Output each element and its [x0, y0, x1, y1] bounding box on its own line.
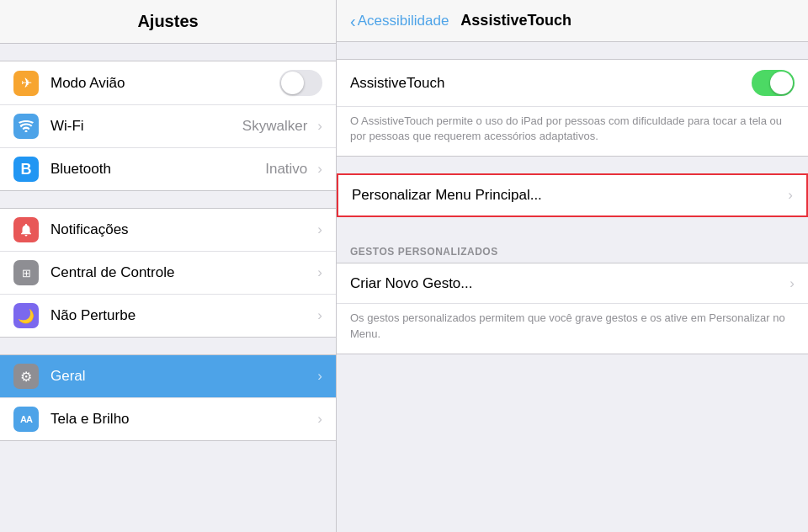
sidebar-item-wifi[interactable]: Wi-Fi Skywalker ›	[0, 105, 336, 148]
sidebar-item-general[interactable]: ⚙ Geral ›	[0, 355, 336, 398]
notifications-chevron: ›	[317, 221, 322, 238]
new-gesture-chevron: ›	[789, 275, 795, 292]
bluetooth-value: Inativo	[265, 161, 307, 178]
general-icon: ⚙	[13, 364, 39, 389]
sidebar-item-airplane[interactable]: ✈ Modo Avião	[0, 61, 336, 105]
general-group: ⚙ Geral › AA Tela e Brilho ›	[0, 354, 336, 441]
sidebar-item-do-not-disturb[interactable]: 🌙 Não Perturbe ›	[0, 295, 336, 337]
general-label: Geral	[50, 368, 312, 385]
connectivity-group: ✈ Modo Avião Wi-Fi Skywalker › B Bluetoo…	[0, 61, 336, 191]
nav-bar: ‹ Acessibilidade AssistiveTouch	[337, 0, 808, 42]
nav-back-label: Acessibilidade	[358, 13, 449, 29]
notifications-label: Notificações	[50, 221, 312, 238]
general-chevron: ›	[317, 368, 322, 385]
display-icon: AA	[13, 407, 39, 432]
do-not-disturb-chevron: ›	[317, 307, 322, 324]
gestures-desc: Os gestos personalizados permitem que vo…	[337, 304, 808, 353]
assistivetouch-desc: O AssistiveTouch permite o uso do iPad p…	[337, 107, 808, 156]
notifications-icon	[13, 217, 39, 242]
new-gesture-item[interactable]: Criar Novo Gesto... ›	[337, 263, 808, 304]
assistivetouch-item[interactable]: AssistiveTouch	[337, 60, 808, 107]
assistivetouch-label: AssistiveTouch	[350, 75, 752, 92]
gestures-section-title: GESTOS PERSONALIZADOS	[337, 234, 808, 263]
assistivetouch-toggle[interactable]	[752, 70, 795, 96]
airplane-toggle[interactable]	[279, 70, 322, 96]
wifi-icon	[13, 114, 39, 139]
wifi-value: Skywalker	[242, 118, 307, 135]
new-gesture-label: Criar Novo Gesto...	[350, 275, 784, 292]
airplane-label: Modo Avião	[50, 75, 279, 92]
gestures-group: Criar Novo Gesto... › Os gestos personal…	[337, 263, 808, 354]
bluetooth-label: Bluetooth	[50, 161, 265, 178]
wifi-chevron: ›	[317, 118, 322, 135]
sidebar-item-bluetooth[interactable]: B Bluetooth Inativo ›	[0, 148, 336, 190]
customize-menu-item[interactable]: Personalizar Menu Principal... ›	[338, 175, 806, 215]
customize-menu-label: Personalizar Menu Principal...	[352, 187, 783, 204]
display-label: Tela e Brilho	[50, 411, 312, 428]
sidebar-title: Ajustes	[13, 12, 322, 31]
bluetooth-chevron: ›	[317, 161, 322, 178]
control-center-icon: ⊞	[13, 260, 39, 285]
wifi-label: Wi-Fi	[50, 118, 242, 135]
bluetooth-icon: B	[13, 157, 39, 182]
system-group: Notificações › ⊞ Central de Controle › 🌙…	[0, 208, 336, 338]
sidebar-header: Ajustes	[0, 0, 336, 44]
sidebar-item-control-center[interactable]: ⊞ Central de Controle ›	[0, 252, 336, 295]
customize-menu-group: Personalizar Menu Principal... ›	[337, 173, 808, 217]
back-chevron-icon: ‹	[350, 13, 356, 29]
nav-back-button[interactable]: ‹ Acessibilidade	[350, 13, 449, 29]
main-content: ‹ Acessibilidade AssistiveTouch Assistiv…	[337, 0, 808, 532]
do-not-disturb-icon: 🌙	[13, 303, 39, 328]
sidebar-item-display[interactable]: AA Tela e Brilho ›	[0, 398, 336, 440]
assistivetouch-group: AssistiveTouch O AssistiveTouch permite …	[337, 59, 808, 157]
display-chevron: ›	[317, 411, 322, 428]
gestures-section-header: GESTOS PERSONALIZADOS	[337, 234, 808, 263]
control-center-chevron: ›	[317, 264, 322, 281]
nav-title: AssistiveTouch	[460, 12, 571, 29]
control-center-label: Central de Controle	[50, 264, 312, 281]
sidebar-item-notifications[interactable]: Notificações ›	[0, 209, 336, 252]
content-area: AssistiveTouch O AssistiveTouch permite …	[337, 42, 808, 532]
do-not-disturb-label: Não Perturbe	[50, 307, 312, 324]
customize-menu-chevron: ›	[788, 187, 793, 204]
sidebar: Ajustes ✈ Modo Avião Wi-Fi Skywalker ›	[0, 0, 337, 532]
airplane-icon: ✈	[13, 71, 39, 96]
